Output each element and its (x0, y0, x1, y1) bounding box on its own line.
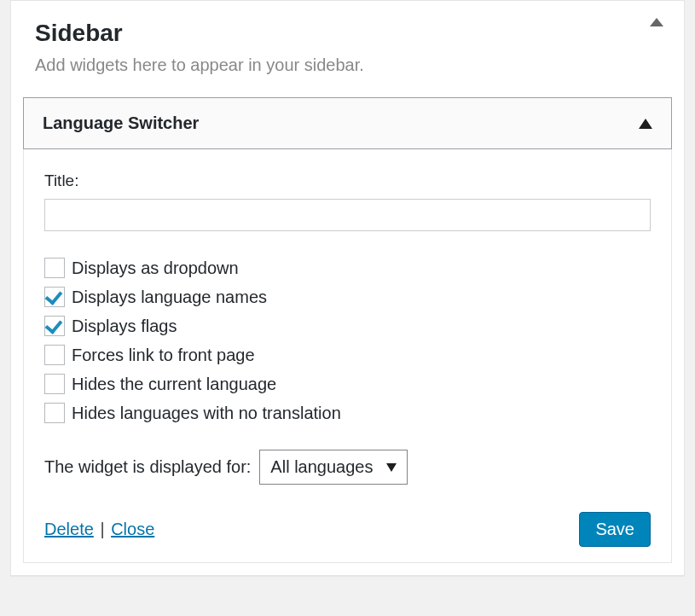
options-group: Displays as dropdown Displays language n… (44, 255, 651, 426)
checkbox-label-hidecurrent[interactable]: Hides the current language (72, 371, 276, 397)
display-for-row: The widget is displayed for: All languag… (44, 450, 651, 485)
title-field-label: Title: (44, 171, 651, 190)
option-row-names: Displays language names (44, 284, 651, 310)
option-row-dropdown: Displays as dropdown (44, 255, 651, 281)
option-row-hidenotrans: Hides languages with no translation (44, 400, 651, 426)
sidebar-description: Add widgets here to appear in your sideb… (35, 55, 667, 75)
sidebar-area-header: Sidebar Add widgets here to appear in yo… (11, 1, 684, 92)
display-for-select[interactable]: All languages (259, 450, 408, 485)
widget-header[interactable]: Language Switcher (23, 97, 672, 149)
checkbox-label-names[interactable]: Displays language names (72, 284, 267, 310)
widget-actions: Delete | Close Save (44, 512, 651, 547)
close-link[interactable]: Close (111, 520, 154, 538)
link-divider: | (100, 520, 109, 538)
checkbox-frontpage[interactable] (44, 345, 65, 365)
widget-title: Language Switcher (43, 113, 199, 133)
checkbox-names[interactable] (44, 287, 65, 307)
option-row-frontpage: Forces link to front page (44, 342, 651, 368)
delete-link[interactable]: Delete (44, 520, 94, 538)
sidebar-title: Sidebar (35, 20, 667, 47)
language-switcher-widget: Language Switcher Title: Displays as dro… (23, 97, 672, 563)
widget-collapse-icon (639, 119, 652, 129)
option-row-hidecurrent: Hides the current language (44, 371, 651, 397)
checkbox-dropdown[interactable] (44, 258, 65, 278)
display-for-selected: All languages (270, 457, 373, 476)
checkbox-flags[interactable] (44, 316, 65, 336)
option-row-flags: Displays flags (44, 313, 651, 339)
checkbox-label-dropdown[interactable]: Displays as dropdown (72, 255, 239, 281)
checkbox-hidecurrent[interactable] (44, 374, 65, 394)
checkbox-label-flags[interactable]: Displays flags (72, 313, 177, 339)
action-links: Delete | Close (44, 520, 154, 539)
display-for-label: The widget is displayed for: (44, 457, 251, 477)
widget-body: Title: Displays as dropdown Displays lan… (23, 149, 672, 563)
checkbox-label-hidenotrans[interactable]: Hides languages with no translation (72, 400, 341, 426)
checkbox-hidenotrans[interactable] (44, 403, 65, 423)
sidebar-collapse-icon[interactable] (650, 18, 663, 26)
sidebar-widget-area: Sidebar Add widgets here to appear in yo… (10, 0, 685, 576)
save-button[interactable]: Save (579, 512, 651, 547)
checkbox-label-frontpage[interactable]: Forces link to front page (72, 342, 255, 368)
title-input[interactable] (44, 199, 651, 231)
